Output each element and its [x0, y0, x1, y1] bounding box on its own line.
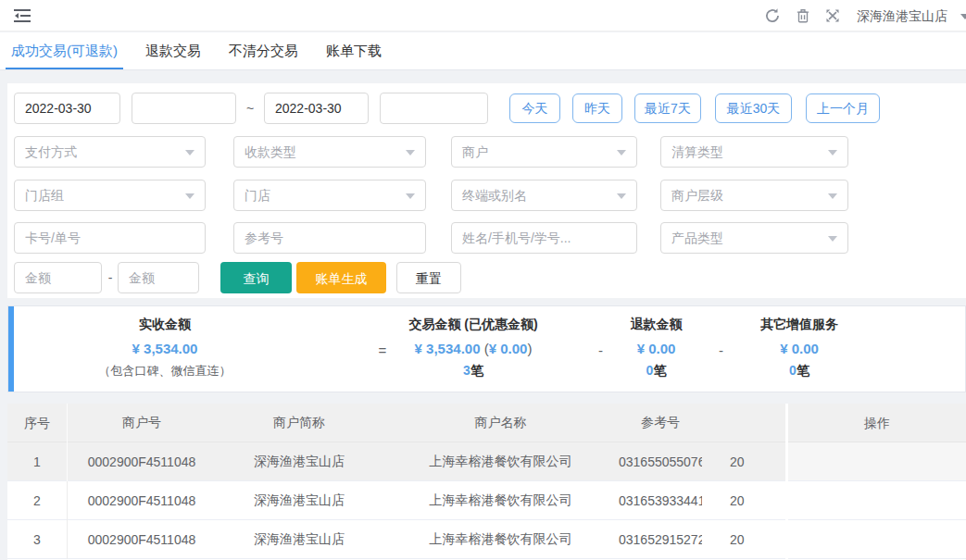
topbar: 深海渔港宝山店	[0, 0, 966, 31]
payment-method-placeholder: 支付方式	[25, 137, 77, 167]
summary-trade: 交易金额 (已优惠金额) ¥ 3,534.00 (¥ 0.00) 3笔	[364, 306, 583, 392]
cell-merchant-id: 0002900F4511048	[68, 454, 216, 469]
other-count-unit: 笔	[797, 363, 809, 378]
cell-merchant-name: 上海幸榕港餐饮有限公司	[383, 454, 619, 470]
date-from-input[interactable]	[14, 93, 120, 124]
tab-success-trades[interactable]: 成功交易(可退款)	[11, 32, 118, 69]
chevron-down-icon	[828, 193, 837, 199]
trade-count: 3笔	[364, 363, 583, 380]
received-note: （包含口碑、微信直连）	[21, 363, 308, 380]
filter-panel: ~ 今天 昨天 最近7天 最近30天 上一个月 支付方式 收款类型 商户 清算类…	[7, 83, 966, 298]
chevron-down-icon	[185, 193, 194, 199]
date-to-input[interactable]	[264, 93, 369, 124]
store-select[interactable]: 门店	[233, 180, 426, 211]
payment-method-select[interactable]: 支付方式	[14, 136, 206, 168]
refresh-icon[interactable]	[764, 7, 781, 24]
store-group-placeholder: 门店组	[25, 180, 64, 210]
other-title: 其它增值服务	[730, 317, 869, 333]
refund-title: 退款金额	[603, 317, 709, 333]
chevron-down-icon	[185, 150, 194, 156]
generate-bill-button[interactable]: 账单生成	[296, 262, 386, 293]
reset-button[interactable]: 重置	[396, 262, 461, 293]
expand-icon[interactable]	[824, 7, 841, 24]
minus-sign: -	[714, 342, 728, 358]
store-group-select[interactable]: 门店组	[14, 180, 206, 211]
trash-icon[interactable]	[795, 7, 811, 24]
terminal-select[interactable]: 终端或别名	[451, 180, 637, 211]
quick-range-yesterday-button[interactable]: 昨天	[572, 93, 622, 123]
cell-merchant-name: 上海幸榕港餐饮有限公司	[383, 531, 619, 548]
other-amount: ¥ 0.00	[730, 341, 869, 356]
trade-title: 交易金额 (已优惠金额)	[364, 317, 583, 333]
action-cell	[788, 481, 966, 520]
col-header-merchant-name: 商户名称	[383, 415, 619, 431]
time-to-input[interactable]	[380, 93, 488, 124]
cell-merchant-short-name: 深海渔港宝山店	[216, 454, 383, 470]
store-caret-down-icon	[960, 14, 966, 19]
trade-discount-amount: ¥ 0.00	[489, 341, 528, 356]
merchant-select[interactable]: 商户	[451, 136, 637, 168]
summary-received: 实收金额 ¥ 3,534.00 （包含口碑、微信直连）	[21, 306, 308, 392]
refund-amount: ¥ 0.00	[603, 341, 709, 356]
query-button[interactable]: 查询	[220, 262, 292, 293]
tab-bar: 成功交易(可退款) 退款交易 不清分交易 账单下载	[0, 32, 966, 70]
quick-range-30days-button[interactable]: 最近30天	[715, 93, 792, 123]
settlement-type-select[interactable]: 清算类型	[660, 136, 848, 168]
receipt-type-placeholder: 收款类型	[245, 137, 296, 167]
cell-reference-no: 031655055076	[619, 454, 702, 469]
received-amount: ¥ 3,534.00	[21, 341, 308, 356]
tab-unclassified-trades[interactable]: 不清分交易	[229, 32, 298, 69]
trade-count-number: 3	[463, 363, 470, 378]
summary-panel: 实收金额 ¥ 3,534.00 （包含口碑、微信直连） = 交易金额 (已优惠金…	[7, 305, 966, 392]
cell-merchant-id: 0002900F4511048	[68, 493, 216, 508]
tab-refund-trades[interactable]: 退款交易	[145, 32, 201, 69]
cell-merchant-id: 0002900F4511048	[68, 532, 216, 547]
tab-bill-download[interactable]: 账单下载	[326, 32, 382, 69]
other-count-number: 0	[789, 363, 797, 378]
action-cell	[788, 442, 966, 481]
store-placeholder: 门店	[245, 180, 270, 210]
chevron-down-icon	[828, 236, 837, 242]
col-header-merchant-short-name: 商户简称	[216, 415, 383, 431]
quick-range-7days-button[interactable]: 最近7天	[634, 93, 701, 123]
settlement-type-placeholder: 清算类型	[671, 137, 723, 167]
receipt-type-select[interactable]: 收款类型	[233, 136, 426, 168]
product-type-select[interactable]: 产品类型	[660, 222, 848, 254]
received-title: 实收金额	[21, 317, 308, 333]
transactions-table: 序号 商户号 商户简称 商户名称 参考号 1 0002900F4511048 深…	[7, 404, 966, 560]
cell-index: 2	[7, 481, 68, 520]
cell-index: 3	[7, 520, 68, 559]
chevron-down-icon	[406, 193, 415, 199]
summary-other-services: 其它增值服务 ¥ 0.00 0笔	[730, 306, 869, 392]
merchant-level-select[interactable]: 商户层级	[660, 180, 848, 211]
cell-reference-no: 031653933441	[619, 493, 702, 508]
card-no-input[interactable]	[14, 222, 206, 254]
refund-count-unit: 笔	[653, 363, 666, 378]
name-phone-input[interactable]	[451, 222, 637, 254]
time-from-input[interactable]	[132, 93, 236, 124]
cell-merchant-short-name: 深海渔港宝山店	[216, 531, 383, 548]
chevron-down-icon	[828, 150, 837, 156]
reference-no-input[interactable]	[233, 222, 426, 254]
trade-amount-value: ¥ 3,534.00	[415, 341, 481, 356]
cell-index: 1	[7, 442, 68, 481]
cell-merchant-name: 上海幸榕港餐饮有限公司	[383, 492, 619, 509]
discount-paren-close: )	[527, 341, 532, 356]
summary-refund: 退款金额 ¥ 0.00 0笔	[603, 306, 709, 392]
quick-range-lastmonth-button[interactable]: 上一个月	[806, 93, 880, 123]
chevron-down-icon	[617, 150, 626, 156]
store-selector[interactable]: 深海渔港宝山店	[857, 0, 947, 31]
amount-min-input[interactable]	[14, 262, 102, 293]
product-type-placeholder: 产品类型	[671, 223, 723, 253]
action-cell	[788, 520, 966, 559]
action-column: 操作	[785, 404, 966, 560]
menu-fold-icon[interactable]	[14, 7, 31, 24]
trade-amount: ¥ 3,534.00 (¥ 0.00)	[364, 341, 583, 356]
quick-range-today-button[interactable]: 今天	[509, 93, 560, 123]
amount-max-input[interactable]	[118, 262, 199, 293]
amount-separator: -	[103, 262, 118, 293]
col-header-reference-no: 参考号	[619, 415, 702, 431]
summary-accent-bar	[8, 306, 14, 392]
merchant-placeholder: 商户	[462, 137, 488, 167]
chevron-down-icon	[406, 150, 415, 156]
